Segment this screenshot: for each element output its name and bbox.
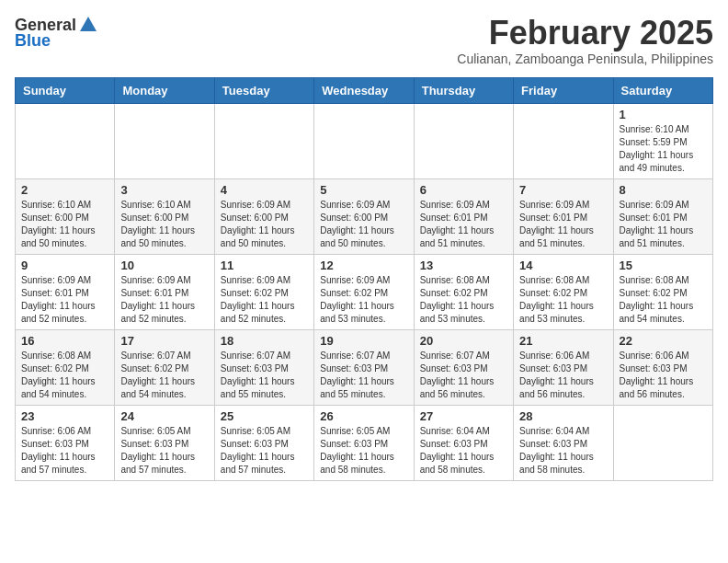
day-info: Sunrise: 6:07 AM Sunset: 6:03 PM Dayligh… bbox=[320, 350, 407, 401]
calendar-cell bbox=[16, 103, 115, 178]
calendar-cell bbox=[314, 103, 414, 178]
day-info: Sunrise: 6:07 AM Sunset: 6:03 PM Dayligh… bbox=[221, 350, 308, 401]
day-info: Sunrise: 6:10 AM Sunset: 6:00 PM Dayligh… bbox=[120, 199, 208, 250]
title-area: February 2025 Culianan, Zamboanga Penins… bbox=[457, 15, 713, 66]
calendar-cell: 13Sunrise: 6:08 AM Sunset: 6:02 PM Dayli… bbox=[414, 254, 513, 329]
day-info: Sunrise: 6:04 AM Sunset: 6:03 PM Dayligh… bbox=[420, 425, 507, 477]
calendar-cell: 2Sunrise: 6:10 AM Sunset: 6:00 PM Daylig… bbox=[16, 178, 115, 254]
logo-icon bbox=[78, 15, 98, 35]
calendar-cell: 15Sunrise: 6:08 AM Sunset: 6:02 PM Dayli… bbox=[613, 254, 712, 329]
day-info: Sunrise: 6:07 AM Sunset: 6:02 PM Dayligh… bbox=[120, 350, 208, 401]
day-number: 16 bbox=[21, 334, 108, 348]
day-number: 9 bbox=[21, 259, 108, 272]
location-subtitle: Culianan, Zamboanga Peninsula, Philippin… bbox=[457, 52, 713, 66]
calendar-cell bbox=[115, 103, 214, 178]
month-title: February 2025 bbox=[457, 15, 713, 52]
day-number: 3 bbox=[120, 183, 208, 197]
weekday-header-sunday: Sunday bbox=[16, 77, 115, 103]
weekday-header-tuesday: Tuesday bbox=[214, 77, 313, 103]
calendar-cell: 21Sunrise: 6:06 AM Sunset: 6:03 PM Dayli… bbox=[514, 329, 613, 405]
weekday-header-friday: Friday bbox=[514, 77, 613, 103]
day-number: 18 bbox=[221, 334, 308, 348]
day-number: 28 bbox=[519, 409, 607, 423]
calendar-cell bbox=[414, 103, 513, 178]
day-number: 13 bbox=[420, 259, 507, 272]
calendar-cell bbox=[613, 405, 712, 480]
day-info: Sunrise: 6:06 AM Sunset: 6:03 PM Dayligh… bbox=[21, 425, 108, 477]
day-number: 15 bbox=[620, 259, 707, 272]
calendar-cell: 14Sunrise: 6:08 AM Sunset: 6:02 PM Dayli… bbox=[514, 254, 613, 329]
day-number: 12 bbox=[320, 259, 407, 272]
day-number: 11 bbox=[221, 259, 308, 272]
day-info: Sunrise: 6:10 AM Sunset: 6:00 PM Dayligh… bbox=[21, 199, 108, 250]
day-number: 19 bbox=[320, 334, 407, 348]
calendar-cell: 18Sunrise: 6:07 AM Sunset: 6:03 PM Dayli… bbox=[214, 329, 313, 405]
day-number: 10 bbox=[120, 259, 208, 272]
day-number: 25 bbox=[221, 409, 308, 423]
day-info: Sunrise: 6:09 AM Sunset: 6:01 PM Dayligh… bbox=[420, 199, 507, 250]
calendar-cell bbox=[514, 103, 613, 178]
calendar-week-row: 1Sunrise: 6:10 AM Sunset: 5:59 PM Daylig… bbox=[16, 103, 713, 178]
day-info: Sunrise: 6:09 AM Sunset: 6:01 PM Dayligh… bbox=[519, 199, 607, 250]
calendar-header-row: SundayMondayTuesdayWednesdayThursdayFrid… bbox=[16, 77, 713, 103]
calendar-cell: 23Sunrise: 6:06 AM Sunset: 6:03 PM Dayli… bbox=[16, 405, 115, 480]
day-info: Sunrise: 6:09 AM Sunset: 6:00 PM Dayligh… bbox=[320, 199, 407, 250]
calendar-cell: 28Sunrise: 6:04 AM Sunset: 6:03 PM Dayli… bbox=[514, 405, 613, 480]
weekday-header-monday: Monday bbox=[115, 77, 214, 103]
logo: General Blue bbox=[15, 15, 98, 51]
day-info: Sunrise: 6:09 AM Sunset: 6:01 PM Dayligh… bbox=[21, 274, 108, 326]
day-info: Sunrise: 6:08 AM Sunset: 6:02 PM Dayligh… bbox=[519, 274, 607, 326]
calendar-cell: 8Sunrise: 6:09 AM Sunset: 6:01 PM Daylig… bbox=[613, 178, 712, 254]
day-info: Sunrise: 6:08 AM Sunset: 6:02 PM Dayligh… bbox=[21, 350, 108, 401]
day-number: 20 bbox=[420, 334, 507, 348]
day-number: 24 bbox=[120, 409, 208, 423]
calendar-table: SundayMondayTuesdayWednesdayThursdayFrid… bbox=[15, 77, 713, 481]
weekday-header-wednesday: Wednesday bbox=[314, 77, 414, 103]
calendar-cell: 12Sunrise: 6:09 AM Sunset: 6:02 PM Dayli… bbox=[314, 254, 414, 329]
day-info: Sunrise: 6:06 AM Sunset: 6:03 PM Dayligh… bbox=[519, 350, 607, 401]
calendar-cell: 27Sunrise: 6:04 AM Sunset: 6:03 PM Dayli… bbox=[414, 405, 513, 480]
day-info: Sunrise: 6:04 AM Sunset: 6:03 PM Dayligh… bbox=[519, 425, 607, 477]
calendar-cell: 9Sunrise: 6:09 AM Sunset: 6:01 PM Daylig… bbox=[16, 254, 115, 329]
logo-blue-text: Blue bbox=[15, 31, 51, 51]
day-number: 22 bbox=[620, 334, 707, 348]
day-number: 4 bbox=[221, 183, 308, 197]
day-info: Sunrise: 6:09 AM Sunset: 6:01 PM Dayligh… bbox=[620, 199, 707, 250]
calendar-cell: 17Sunrise: 6:07 AM Sunset: 6:02 PM Dayli… bbox=[115, 329, 214, 405]
calendar-cell: 4Sunrise: 6:09 AM Sunset: 6:00 PM Daylig… bbox=[214, 178, 313, 254]
day-number: 1 bbox=[620, 108, 707, 121]
day-number: 5 bbox=[320, 183, 407, 197]
calendar-cell: 7Sunrise: 6:09 AM Sunset: 6:01 PM Daylig… bbox=[514, 178, 613, 254]
calendar-week-row: 9Sunrise: 6:09 AM Sunset: 6:01 PM Daylig… bbox=[16, 254, 713, 329]
day-info: Sunrise: 6:07 AM Sunset: 6:03 PM Dayligh… bbox=[420, 350, 507, 401]
calendar-cell: 1Sunrise: 6:10 AM Sunset: 5:59 PM Daylig… bbox=[613, 103, 712, 178]
day-info: Sunrise: 6:05 AM Sunset: 6:03 PM Dayligh… bbox=[320, 425, 407, 477]
calendar-cell: 5Sunrise: 6:09 AM Sunset: 6:00 PM Daylig… bbox=[314, 178, 414, 254]
calendar-cell: 19Sunrise: 6:07 AM Sunset: 6:03 PM Dayli… bbox=[314, 329, 414, 405]
day-number: 7 bbox=[519, 183, 607, 197]
calendar-cell: 10Sunrise: 6:09 AM Sunset: 6:01 PM Dayli… bbox=[115, 254, 214, 329]
page-header: General Blue February 2025 Culianan, Zam… bbox=[15, 15, 713, 66]
weekday-header-thursday: Thursday bbox=[414, 77, 513, 103]
day-number: 2 bbox=[21, 183, 108, 197]
day-info: Sunrise: 6:09 AM Sunset: 6:02 PM Dayligh… bbox=[320, 274, 407, 326]
day-info: Sunrise: 6:10 AM Sunset: 5:59 PM Dayligh… bbox=[620, 123, 707, 175]
day-info: Sunrise: 6:06 AM Sunset: 6:03 PM Dayligh… bbox=[620, 350, 707, 401]
calendar-cell: 26Sunrise: 6:05 AM Sunset: 6:03 PM Dayli… bbox=[314, 405, 414, 480]
calendar-cell: 20Sunrise: 6:07 AM Sunset: 6:03 PM Dayli… bbox=[414, 329, 513, 405]
day-info: Sunrise: 6:09 AM Sunset: 6:01 PM Dayligh… bbox=[120, 274, 208, 326]
svg-marker-0 bbox=[80, 17, 97, 31]
day-info: Sunrise: 6:05 AM Sunset: 6:03 PM Dayligh… bbox=[120, 425, 208, 477]
day-number: 8 bbox=[620, 183, 707, 197]
weekday-header-saturday: Saturday bbox=[613, 77, 712, 103]
calendar-cell bbox=[214, 103, 313, 178]
day-info: Sunrise: 6:09 AM Sunset: 6:00 PM Dayligh… bbox=[221, 199, 308, 250]
day-number: 23 bbox=[21, 409, 108, 423]
calendar-week-row: 23Sunrise: 6:06 AM Sunset: 6:03 PM Dayli… bbox=[16, 405, 713, 480]
day-number: 6 bbox=[420, 183, 507, 197]
calendar-cell: 3Sunrise: 6:10 AM Sunset: 6:00 PM Daylig… bbox=[115, 178, 214, 254]
calendar-cell: 24Sunrise: 6:05 AM Sunset: 6:03 PM Dayli… bbox=[115, 405, 214, 480]
calendar-cell: 25Sunrise: 6:05 AM Sunset: 6:03 PM Dayli… bbox=[214, 405, 313, 480]
day-number: 17 bbox=[120, 334, 208, 348]
day-number: 27 bbox=[420, 409, 507, 423]
